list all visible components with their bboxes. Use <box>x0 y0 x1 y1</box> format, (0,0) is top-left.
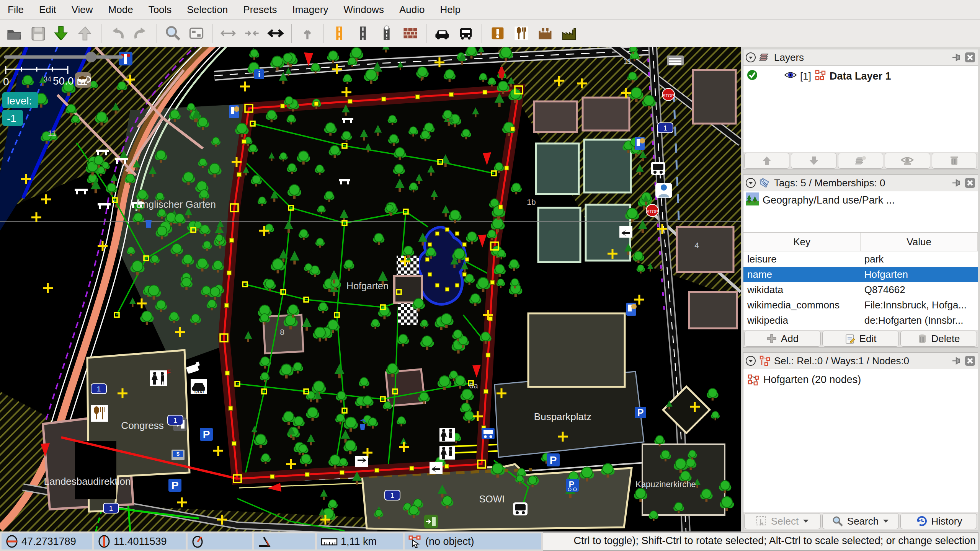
menu-presets[interactable]: Presets <box>235 0 284 19</box>
menu-tools[interactable]: Tools <box>141 0 180 19</box>
tag-key[interactable]: wikipedia <box>743 313 861 328</box>
road-residential-button[interactable] <box>352 22 374 44</box>
combine-ways-button[interactable] <box>265 22 287 44</box>
tag-value[interactable]: File:Innsbruck, Hofga... <box>861 297 978 313</box>
way-node[interactable] <box>314 102 318 106</box>
redo-button[interactable] <box>130 22 152 44</box>
tag-key[interactable]: wikidata <box>743 282 861 297</box>
way-node[interactable] <box>375 468 379 473</box>
way-node[interactable] <box>281 104 285 108</box>
tag-key[interactable]: leisure <box>743 251 861 267</box>
way-node[interactable] <box>484 390 488 394</box>
download-data-button[interactable] <box>51 22 73 44</box>
layer-row[interactable]: [1] Data Layer 1 <box>743 66 978 86</box>
menu-mode[interactable]: Mode <box>101 0 141 19</box>
menu-imagery[interactable]: Imagery <box>284 0 336 19</box>
powerplant-preset-button[interactable] <box>558 22 580 44</box>
delete-tag-button[interactable]: Delete <box>900 331 977 347</box>
menu-edit[interactable]: Edit <box>31 0 64 19</box>
open-folder-button[interactable] <box>3 22 25 44</box>
layer-visibility-eye-icon[interactable] <box>784 70 797 82</box>
collapse-icon[interactable] <box>746 52 756 62</box>
way-node[interactable] <box>232 442 236 446</box>
tags-column-key[interactable]: Key <box>743 233 861 251</box>
collapse-icon[interactable] <box>746 178 756 188</box>
selection-panel-header[interactable]: Sel.: Rel.:0 / Ways:1 / Nodes:0 <box>743 353 978 369</box>
way-node[interactable] <box>465 258 469 261</box>
way-node[interactable] <box>445 228 449 231</box>
way-node[interactable] <box>435 284 439 287</box>
way-node[interactable] <box>224 303 229 308</box>
layer-move-down-button[interactable] <box>791 153 836 169</box>
tags-column-value[interactable]: Value <box>861 233 978 251</box>
tag-value[interactable]: park <box>861 251 978 267</box>
castle-preset-button[interactable] <box>534 22 556 44</box>
tag-row[interactable]: wikidataQ874662 <box>743 282 978 297</box>
way-node[interactable] <box>305 473 309 477</box>
layer-duplicate-button[interactable] <box>838 153 883 169</box>
way-node[interactable] <box>455 231 459 235</box>
way-node[interactable] <box>410 466 414 470</box>
tag-row[interactable]: wikipediade:Hofgarten (Innsbr... <box>743 313 978 328</box>
way-node[interactable] <box>498 205 503 209</box>
way-node[interactable] <box>511 127 515 131</box>
tag-key[interactable]: name <box>743 267 861 282</box>
brick-wall-button[interactable] <box>399 22 421 44</box>
menu-file[interactable]: File <box>0 0 31 19</box>
bus-preset-button[interactable] <box>455 22 477 44</box>
selection-list-item[interactable]: Hofgarten (20 nodes) <box>743 369 978 390</box>
menu-view[interactable]: View <box>64 0 101 19</box>
way-node[interactable] <box>505 166 509 170</box>
tag-row[interactable]: wikimedia_commonsFile:Innsbruck, Hofga..… <box>743 297 978 313</box>
map-canvas[interactable]: i <box>0 47 741 531</box>
layers-panel-header[interactable]: Layers <box>743 49 978 66</box>
way-node[interactable] <box>425 258 429 261</box>
add-tag-button[interactable]: Add <box>744 331 821 347</box>
save-button[interactable] <box>27 22 49 44</box>
tags-panel-header[interactable]: Tags: 5 / Memberships: 0 <box>743 175 978 191</box>
tag-value[interactable]: de:Hofgarten (Innsbr... <box>861 313 978 328</box>
unglue-ways-button[interactable] <box>217 22 239 44</box>
preferences-button[interactable] <box>185 22 207 44</box>
menu-audio[interactable]: Audio <box>392 0 433 19</box>
history-button[interactable]: History <box>900 513 977 529</box>
way-node[interactable] <box>490 280 495 285</box>
roadworks-preset-button[interactable] <box>487 22 509 44</box>
road-lit-button[interactable] <box>376 22 398 44</box>
way-node[interactable] <box>435 231 439 235</box>
menu-windows[interactable]: Windows <box>336 0 391 19</box>
tag-row[interactable]: leisurepark <box>743 251 978 267</box>
membership-area[interactable] <box>743 209 978 233</box>
way-node[interactable] <box>445 287 449 291</box>
collapse-icon[interactable] <box>746 356 756 366</box>
way-node[interactable] <box>462 243 466 246</box>
way-node[interactable] <box>230 238 234 243</box>
way-node[interactable] <box>455 284 459 287</box>
upload-data-button[interactable] <box>74 22 96 44</box>
zoom-mode-button[interactable] <box>162 22 184 44</box>
close-icon[interactable] <box>965 355 975 366</box>
way-node[interactable] <box>348 99 352 104</box>
car-preset-button[interactable] <box>431 22 453 44</box>
select-button[interactable]: Select <box>744 513 821 529</box>
way-node[interactable] <box>483 90 487 95</box>
close-icon[interactable] <box>965 178 975 188</box>
menu-selection[interactable]: Selection <box>179 0 235 19</box>
way-node[interactable] <box>237 173 241 177</box>
layer-delete-button[interactable] <box>932 153 977 169</box>
tag-key[interactable]: wikimedia_commons <box>743 297 861 313</box>
merge-nodes-button[interactable] <box>241 22 263 44</box>
road-orange-button[interactable] <box>328 22 350 44</box>
layer-active-check-icon[interactable] <box>746 69 758 83</box>
way-node[interactable] <box>227 271 231 275</box>
way-node[interactable] <box>462 272 466 276</box>
way-node[interactable] <box>415 95 420 99</box>
way-node[interactable] <box>242 139 246 143</box>
close-icon[interactable] <box>965 52 975 63</box>
tag-value[interactable]: Hofgarten <box>861 267 978 282</box>
search-button[interactable]: Search <box>822 513 899 529</box>
pin-icon[interactable] <box>952 52 962 63</box>
way-node[interactable] <box>486 353 490 357</box>
way-node[interactable] <box>382 97 386 101</box>
way-node[interactable] <box>449 93 453 97</box>
